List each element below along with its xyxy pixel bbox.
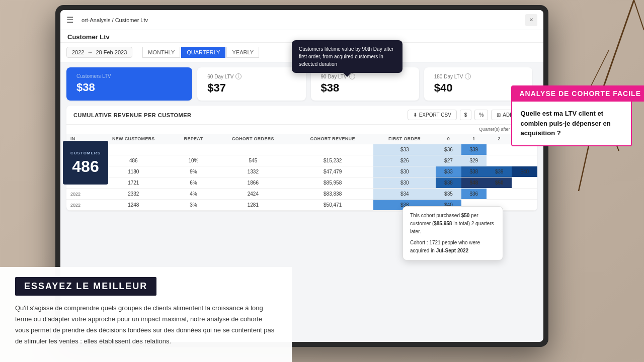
ltv-card-60: 60 Day LTV i $37 [197, 67, 305, 101]
row4-q1: $36 [461, 189, 487, 200]
ltv-main-label: Customers LTV [76, 73, 182, 79]
avg-row: Avg. $33 $36 $39 [66, 144, 537, 155]
ltv-180-label: 180 Day LTV i [434, 73, 522, 79]
row5-repeat: 3% [173, 200, 214, 211]
cohort-data-table: IN NEW CUSTOMERS REPEAT COHORT ORDERS CO… [66, 134, 537, 211]
promo-banner: ESSAYEZ LE MEILLEUR Qu'il s'agisse de co… [0, 267, 292, 362]
row1-orders: 545 [214, 155, 292, 166]
table-row: 2022 1721 6% 1866 $85,958 $30 $38 $48 $5… [66, 177, 537, 189]
row4-repeat: 4% [173, 189, 214, 200]
row5-customers: 1248 [95, 200, 173, 211]
row4-q0: $35 [436, 189, 461, 200]
export-csv-button[interactable]: ⬇ EXPORT CSV [408, 110, 457, 120]
row2-q1: $38 [461, 166, 487, 177]
row3-q2: $50 [487, 177, 512, 189]
dollar-button[interactable]: $ [460, 110, 472, 120]
row2-q0: $33 [436, 166, 461, 177]
cohort-table-section: CUMULATIVE REVENUE PER CUSTOMER ⬇ EXPORT… [66, 106, 537, 211]
table-header: CUMULATIVE REVENUE PER CUSTOMER ⬇ EXPORT… [66, 106, 537, 125]
ltv-180-info-icon[interactable]: i [465, 73, 471, 79]
row3-fo: $30 [373, 177, 436, 189]
download-icon: ⬇ [413, 112, 417, 118]
arrow-icon: → [87, 49, 93, 55]
row5-orders: 1281 [214, 200, 292, 211]
row4-revenue: $83,838 [292, 189, 373, 200]
close-button[interactable]: ✕ [525, 14, 537, 26]
filter-icon: ⊞ [497, 112, 501, 118]
svg-line-3 [589, 50, 609, 90]
table-title: CUMULATIVE REVENUE PER CUSTOMER [73, 112, 192, 118]
table-row: 2022 486 10% 545 $15,232 $26 $27 $29 [66, 155, 537, 166]
col-q1: 1 [461, 134, 487, 144]
ltv-card-first: Customers LTV $38 [66, 67, 192, 101]
col-first-order: FIRST ORDER [373, 134, 436, 144]
row4-orders: 2424 [214, 189, 292, 200]
analyse-badge-body: Quelle est ma LTV client et combien puis… [511, 102, 632, 146]
ltv-60-info-icon[interactable]: i [235, 73, 242, 79]
col-q0: 0 [436, 134, 461, 144]
avg-q1: $39 [461, 144, 487, 155]
date-to: 28 Feb 2023 [96, 49, 127, 55]
row2-repeat: 9% [173, 166, 214, 177]
row3-repeat: 6% [173, 177, 214, 189]
top-bar: ☰ ort-Analysis / Customer Ltv ✕ [60, 10, 543, 30]
ltv-90-label: 90 Day LTV i [321, 73, 409, 79]
row3-q0: $38 [436, 177, 461, 189]
period-tabs: MONTHLY QUARTERLY YEARLY [142, 47, 259, 58]
row3-orders: 1866 [214, 177, 292, 189]
ltv-90-value: $38 [321, 81, 409, 95]
row1-q1: $29 [461, 155, 487, 166]
row1-revenue: $15,232 [292, 155, 373, 166]
hamburger-icon[interactable]: ☰ [66, 15, 73, 25]
row1-repeat: 10% [173, 155, 214, 166]
tab-quarterly[interactable]: QUARTERLY [181, 47, 225, 58]
col-cohort-revenue: COHORT REVENUE [292, 134, 373, 144]
row3-revenue: $85,958 [292, 177, 373, 189]
row1-fo: $26 [373, 155, 436, 166]
cohort-period: Jul-Sept 2022 [436, 248, 468, 253]
col-repeat: REPEAT [173, 134, 214, 144]
row1-q0: $27 [436, 155, 461, 166]
row4-customers: 2332 [95, 189, 173, 200]
row2-fo: $30 [373, 166, 436, 177]
row2-revenue: $47,479 [292, 166, 373, 177]
purchase-tooltip: This cohort purchased $50 per customer (… [403, 206, 503, 260]
percent-button[interactable]: % [474, 110, 488, 120]
tab-monthly[interactable]: MONTHLY [142, 47, 180, 58]
tab-yearly[interactable]: YEARLY [226, 47, 259, 58]
promo-text: Qu'il s'agisse de comprendre quels group… [15, 303, 277, 347]
date-range[interactable]: 2022 → 28 Feb 2023 [66, 47, 132, 58]
customers-label: CUSTOMERS [70, 151, 101, 155]
svg-line-6 [634, 0, 644, 30]
customers-number: 486 [70, 158, 101, 174]
row5-revenue: $50,471 [292, 200, 373, 211]
ltv-180-value: $40 [434, 81, 522, 95]
avg-first-order: $33 [373, 144, 436, 155]
customers-badge: CUSTOMERS 486 [63, 141, 108, 185]
row2-orders: 1332 [214, 166, 292, 177]
ltv-info-tooltip: Customers lifetime value by 90th Day aft… [292, 40, 403, 73]
date-from: 2022 [72, 49, 84, 55]
col-q2: 2 [487, 134, 512, 144]
row4-fo: $34 [373, 189, 436, 200]
table-row: 2022 1180 9% 1332 $47,479 $30 $33 $38 $3… [66, 166, 537, 177]
page-title: Customer Ltv [67, 33, 110, 41]
ltv-main-value: $38 [76, 81, 182, 94]
analyse-badge: ANALYSE DE COHORTE FACILE Quelle est ma … [511, 85, 644, 146]
avg-q0: $36 [436, 144, 461, 155]
breadcrumb: ort-Analysis / Customer Ltv [82, 17, 148, 23]
ltv-60-label: 60 Day LTV i [207, 73, 295, 79]
col-cohort-orders: COHORT ORDERS [214, 134, 292, 144]
quarter-label: Quarter(s) after first order [66, 125, 537, 134]
ltv-60-value: $37 [207, 81, 295, 95]
row2-q3: $40 [512, 166, 537, 177]
promo-title: ESSAYEZ LE MEILLEUR [15, 277, 156, 296]
analyse-badge-title: ANALYSE DE COHORTE FACILE [511, 85, 644, 102]
row3-q1: $48 [461, 177, 487, 189]
row5-in: 2022 [66, 200, 95, 211]
row4-in: 2022 [66, 189, 95, 200]
row2-q2: $39 [487, 166, 512, 177]
table-row: 2022 2332 4% 2424 $83,838 $34 $35 $36 [66, 189, 537, 200]
